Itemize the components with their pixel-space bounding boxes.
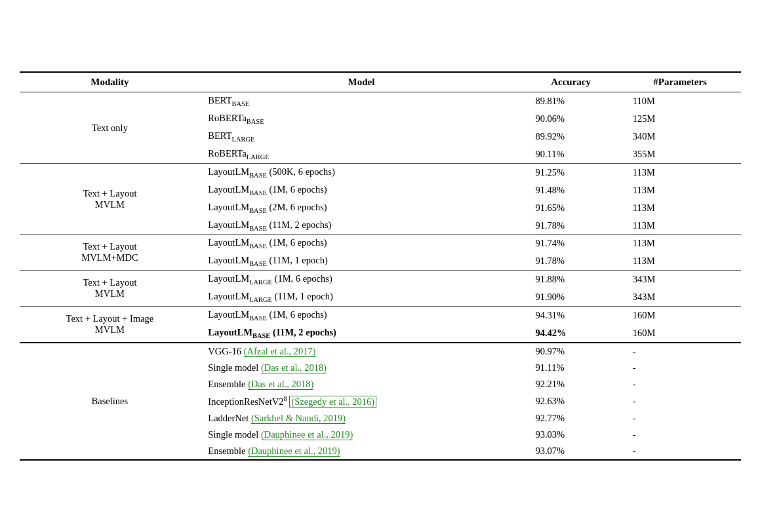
params-cell: 355M <box>620 145 741 163</box>
modality-cell: Text only <box>20 92 201 164</box>
model-cell: LayoutLMBASE (500K, 6 epochs) <box>200 163 522 181</box>
table-row: BaselinesVGG-16 (Afzal et al., 2017)90.9… <box>20 343 741 360</box>
model-cell: Ensemble (Dauphinee et al., 2019) <box>200 443 522 460</box>
modality-label: Text + Layout + Image <box>66 313 154 324</box>
modality-label: Text + Layout <box>83 241 136 252</box>
model-cell: RoBERTaBASE <box>200 110 522 128</box>
params-cell: 160M <box>620 307 741 324</box>
accuracy-cell: 91.78% <box>522 252 619 270</box>
modality-label: MVLM <box>95 288 125 299</box>
table-wrapper: Modality Model Accuracy #Parameters Text… <box>20 71 741 460</box>
params-cell: 340M <box>620 128 741 145</box>
table-row: Text + LayoutMVLMLayoutLMBASE (500K, 6 e… <box>20 163 741 181</box>
accuracy-cell: 92.63% <box>522 392 619 410</box>
model-cell: LayoutLMBASE (11M, 2 epochs) <box>200 217 522 235</box>
accuracy-cell: 92.21% <box>522 376 619 392</box>
header-params: #Parameters <box>620 72 741 92</box>
modality-label: Text + Layout <box>83 188 136 199</box>
params-cell: - <box>620 360 741 376</box>
accuracy-cell: 89.92% <box>522 128 619 145</box>
table-row: Text onlyBERTBASE89.81%110M <box>20 92 741 110</box>
accuracy-cell: 91.90% <box>522 288 619 306</box>
params-cell: - <box>620 376 741 392</box>
accuracy-cell: 90.06% <box>522 110 619 128</box>
accuracy-cell: 90.97% <box>522 343 619 360</box>
params-cell: 110M <box>620 92 741 110</box>
params-cell: 113M <box>620 252 741 270</box>
accuracy-cell: 91.11% <box>522 360 619 376</box>
params-cell: 343M <box>620 271 741 288</box>
params-cell: 113M <box>620 235 741 252</box>
header-accuracy: Accuracy <box>522 72 619 92</box>
accuracy-cell: 90.11% <box>522 145 619 163</box>
model-cell: LayoutLMBASE (2M, 6 epochs) <box>200 199 522 217</box>
modality-label: Text + Layout <box>83 277 136 288</box>
accuracy-cell: 91.65% <box>522 199 619 217</box>
model-cell: BERTBASE <box>200 92 522 110</box>
params-cell: 160M <box>620 324 741 343</box>
model-cell: Single model (Dauphinee et al., 2019) <box>200 427 522 443</box>
accuracy-cell: 91.88% <box>522 271 619 288</box>
params-cell: 113M <box>620 181 741 199</box>
model-cell: LayoutLMBASE (1M, 6 epochs) <box>200 181 522 199</box>
header-model: Model <box>200 72 522 92</box>
model-cell: LayoutLMBASE (11M, 2 epochs) <box>200 324 522 343</box>
model-cell: InceptionResNetV28 (Szegedy et al., 2016… <box>200 392 522 410</box>
params-cell: - <box>620 410 741 427</box>
accuracy-cell: 91.25% <box>522 163 619 181</box>
model-cell: LadderNet (Sarkhel & Nandi, 2019) <box>200 410 522 427</box>
model-cell: LayoutLMLARGE (11M, 1 epoch) <box>200 288 522 306</box>
accuracy-cell: 93.07% <box>522 443 619 460</box>
accuracy-cell: 91.48% <box>522 181 619 199</box>
params-cell: 125M <box>620 110 741 128</box>
accuracy-cell: 93.03% <box>522 427 619 443</box>
modality-label: MVLM+MDC <box>81 252 138 263</box>
modality-label: Baselines <box>92 396 129 406</box>
modality-cell: Text + LayoutMVLM <box>20 163 201 235</box>
params-cell: 113M <box>620 217 741 235</box>
modality-cell: Text + LayoutMVLM <box>20 271 201 307</box>
modality-label: Text only <box>92 123 128 133</box>
modality-cell: Text + Layout + ImageMVLM <box>20 307 201 343</box>
modality-label: MVLM <box>95 199 125 210</box>
model-cell: Single model (Das et al., 2018) <box>200 360 522 376</box>
results-table: Modality Model Accuracy #Parameters Text… <box>20 71 741 460</box>
table-header-row: Modality Model Accuracy #Parameters <box>20 72 741 92</box>
model-cell: VGG-16 (Afzal et al., 2017) <box>200 343 522 360</box>
table-row: Text + LayoutMVLMLayoutLMLARGE (1M, 6 ep… <box>20 271 741 288</box>
table-row: Text + LayoutMVLM+MDCLayoutLMBASE (1M, 6… <box>20 235 741 252</box>
params-cell: 113M <box>620 199 741 217</box>
model-cell: LayoutLMLARGE (1M, 6 epochs) <box>200 271 522 288</box>
model-cell: BERTLARGE <box>200 128 522 145</box>
accuracy-cell: 92.77% <box>522 410 619 427</box>
accuracy-cell: 94.31% <box>522 307 619 324</box>
table-row: Text + Layout + ImageMVLMLayoutLMBASE (1… <box>20 307 741 324</box>
model-cell: Ensemble (Das et al., 2018) <box>200 376 522 392</box>
params-cell: - <box>620 443 741 460</box>
header-modality: Modality <box>20 72 201 92</box>
accuracy-cell: 94.42% <box>522 324 619 343</box>
modality-label: MVLM <box>95 324 125 335</box>
params-cell: 343M <box>620 288 741 306</box>
model-cell: LayoutLMBASE (1M, 6 epochs) <box>200 307 522 324</box>
params-cell: - <box>620 392 741 410</box>
modality-cell: Baselines <box>20 343 201 460</box>
model-cell: RoBERTaLARGE <box>200 145 522 163</box>
accuracy-cell: 89.81% <box>522 92 619 110</box>
params-cell: - <box>620 343 741 360</box>
accuracy-cell: 91.78% <box>522 217 619 235</box>
model-cell: LayoutLMBASE (1M, 6 epochs) <box>200 235 522 252</box>
modality-cell: Text + LayoutMVLM+MDC <box>20 235 201 271</box>
params-cell: - <box>620 427 741 443</box>
accuracy-cell: 91.74% <box>522 235 619 252</box>
model-cell: LayoutLMBASE (11M, 1 epoch) <box>200 252 522 270</box>
params-cell: 113M <box>620 163 741 181</box>
